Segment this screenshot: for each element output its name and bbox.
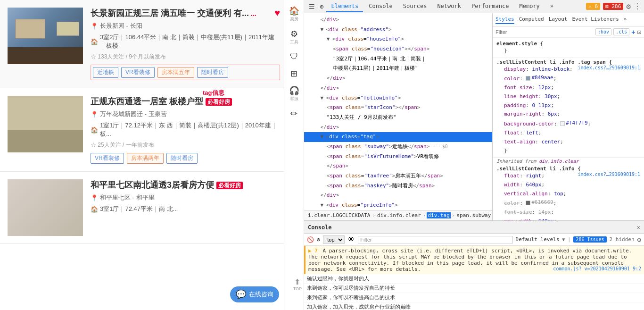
- online-consult-btn[interactable]: 💬 在线咨询: [230, 286, 279, 302]
- tab-elements[interactable]: Elements: [326, 1, 363, 12]
- console-clear-icon[interactable]: 🚫: [307, 236, 314, 243]
- console-filter-icon[interactable]: ⊘: [317, 236, 320, 243]
- tab-more[interactable]: »: [545, 1, 558, 12]
- console-top-select[interactable]: top: [323, 235, 345, 244]
- tree-line-3[interactable]: <span class="houseIcon"></span>: [304, 44, 492, 54]
- prop-width-info: width: 640px;: [496, 181, 640, 190]
- expand-btn[interactable]: ⊡: [637, 28, 641, 36]
- tree-line-6[interactable]: </div>: [304, 74, 492, 84]
- style-rule-sell: .sellListContent li .info .tag span { in…: [493, 58, 644, 158]
- listing-image-2: [8, 96, 83, 152]
- tree-line-18[interactable]: </div>: [304, 191, 492, 201]
- must-see-tag-2: 必看好房: [206, 98, 232, 106]
- listing-follow-2: ☆ 25人关注 / 一年前发布: [91, 141, 280, 149]
- console-issues-badge[interactable]: 286 Issues: [573, 236, 606, 243]
- listing-item-2[interactable]: 正规东西通透一居室 板楼户型 必看好房 📍 万年花城新园迁 - 玉泉营 🏠 1室…: [0, 88, 304, 172]
- styles-tab-computed[interactable]: Computed: [519, 15, 544, 24]
- tree-line-0[interactable]: </div>: [304, 15, 492, 25]
- tree-line-1[interactable]: ▼<div class="address">: [304, 25, 492, 35]
- console-levels-label[interactable]: Default levels: [516, 236, 560, 243]
- tab-sources[interactable]: Sources: [398, 1, 432, 12]
- tree-line-16[interactable]: <span class="taxfree">房本满五年</span>: [304, 171, 492, 181]
- tree-line-14[interactable]: <span class="isVrFutureHome">VR看装修: [304, 152, 492, 162]
- customer-service-btn[interactable]: 🎧 客服: [286, 84, 303, 104]
- tree-line-4[interactable]: "3室2厅｜106.44平米｜南 北｜简装｜: [304, 54, 492, 64]
- tab-performance[interactable]: Performance: [467, 1, 513, 12]
- console-close-icon[interactable]: ×: [637, 224, 640, 231]
- tree-line-13[interactable]: <span class="subway">近地铁</span> == $0: [304, 142, 492, 152]
- shield-btn[interactable]: 🛡: [286, 50, 303, 64]
- edit-btn[interactable]: ✏: [286, 107, 303, 121]
- console-controls: 🚫 ⊘ top 👁 Default levels ▼ | 286 Issues …: [304, 234, 644, 246]
- scan-btn[interactable]: ⊞: [286, 67, 303, 81]
- tab-console[interactable]: Console: [364, 1, 397, 12]
- styles-tab-more[interactable]: »: [624, 15, 627, 24]
- listing-details-1: 🏠 3室2厅｜106.44平米｜南 北｜简装｜中楼层(共11层)｜2011年建｜…: [91, 33, 280, 50]
- top-btn[interactable]: ⬆ TOP: [293, 277, 302, 291]
- console-filter-input[interactable]: [358, 236, 512, 243]
- tab-memory[interactable]: Memory: [514, 1, 544, 12]
- tag-subway-1[interactable]: 近地铁: [93, 67, 118, 78]
- console-source-0[interactable]: common.js? v=20210429160901 9:2: [553, 266, 641, 271]
- tree-line-10[interactable]: "133人关注 / 9月以前发布": [304, 113, 492, 123]
- tools-btn[interactable]: ⚙ 工具: [286, 27, 303, 47]
- breadcrumb-item-0[interactable]: i.clear.LOGCLICKDATA: [307, 212, 371, 218]
- sell-btn[interactable]: 🏠 卖房: [286, 4, 303, 24]
- console-toolbar: Console ×: [304, 221, 644, 234]
- elements-panel: </div> ▼<div class="address"> ▼<div clas…: [304, 13, 493, 220]
- tag-anytime-1[interactable]: 随时看房: [197, 67, 228, 78]
- must-see-tag-3: 必看好房: [216, 182, 243, 189]
- inspect-icon[interactable]: ⊕: [318, 2, 325, 11]
- prop-maxwidth-info: max-width: 640px;: [496, 217, 640, 220]
- tree-line-19[interactable]: ▼<div class="priceInfo">: [304, 201, 492, 210]
- tag-five-years-2[interactable]: 房本满两年: [127, 153, 164, 164]
- tree-line-11[interactable]: </div>: [304, 123, 492, 133]
- more-icon[interactable]: ⋮: [634, 2, 641, 11]
- prop-color: color: #849aae;: [496, 74, 640, 84]
- favorite-icon-1[interactable]: ♥: [274, 8, 280, 18]
- tree-line-9[interactable]: <span class="starIcon"></span>: [304, 103, 492, 113]
- console-settings-icon[interactable]: ⚙: [637, 236, 641, 243]
- hov-btn[interactable]: :hov: [595, 28, 611, 35]
- tree-line-8[interactable]: ▼<div class="followInfo">: [304, 93, 492, 103]
- tab-network[interactable]: Network: [432, 1, 466, 12]
- cls-btn[interactable]: .cls: [613, 28, 629, 35]
- style-source-sell[interactable]: index.css?…291609019:1: [578, 65, 640, 70]
- listing-tags-2: VR看装修 房本满两年 随时看房: [91, 153, 280, 164]
- tag-anytime-2[interactable]: 随时看房: [166, 153, 198, 164]
- listing-title-3: 和平里七区南北通透3居看房方便 必看好房: [91, 179, 280, 191]
- breadcrumb-item-1[interactable]: div.info.clear: [376, 212, 422, 218]
- device-toggle-icon[interactable]: ☰: [307, 2, 317, 11]
- listing-tags-1: 近地铁 VR看装修 房本满五年 随时看房: [91, 65, 280, 80]
- tree-line-12-selected[interactable]: ▼<div class="tag">: [304, 132, 492, 142]
- annotation-1: tag信息: [203, 89, 224, 97]
- gear-icon[interactable]: ⚙: [626, 2, 631, 11]
- tag-vr-2[interactable]: VR看装修: [91, 153, 124, 164]
- tree-line-17[interactable]: <span class="haskey">随时看房</span>: [304, 181, 492, 191]
- devtools-toolbar-right: ⚠ 8 ⊠ 286 ⚙ ⋮: [586, 2, 641, 11]
- console-log-1: 确认过眼神，你就是对的人: [304, 274, 644, 284]
- style-source-info[interactable]: index.css?…291609019:1: [578, 172, 640, 177]
- tag-five-years-1[interactable]: 房本满五年: [157, 67, 194, 78]
- styles-tab-layout[interactable]: Layout: [549, 15, 568, 24]
- tree-line-2[interactable]: ▼<div class="houseInfo">: [304, 34, 492, 44]
- styles-filter-right: :hov .cls + ⊡: [595, 28, 641, 36]
- elements-tree[interactable]: </div> ▼<div class="address"> ▼<div clas…: [304, 13, 492, 210]
- tree-line-5[interactable]: 中楼层(共11层)｜2011年建｜板楼": [304, 64, 492, 74]
- styles-filter-input[interactable]: [495, 29, 595, 35]
- tag-vr-1[interactable]: VR看装修: [121, 67, 155, 78]
- listing-title-1: 长景新园正规三居 满五唯一 交通便利 有... ...: [91, 8, 280, 19]
- prop-background-color: background-color: #f4f7f9;: [496, 119, 640, 129]
- listing-item-3[interactable]: 和平里七区南北通透3居看房方便 必看好房 📍 和平里七区 - 和平里 🏠 3室1…: [0, 172, 304, 244]
- tree-line-7[interactable]: </div>: [304, 84, 492, 93]
- tree-line-15[interactable]: </span>: [304, 161, 492, 171]
- prop-margin-right: margin-right: 6px;: [496, 110, 640, 119]
- styles-tab-event-listeners[interactable]: Event Listeners: [572, 15, 619, 24]
- breadcrumb-item-3[interactable]: span.subway: [455, 212, 492, 218]
- devtools-elements-styles: </div> ▼<div class="address"> ▼<div clas…: [304, 13, 644, 220]
- listing-item-1[interactable]: 长景新园正规三居 满五唯一 交通便利 有... ... 📍 长景新园 - 长阳 …: [0, 0, 304, 88]
- add-style-btn[interactable]: +: [631, 28, 635, 36]
- console-eye-icon[interactable]: 👁: [347, 235, 355, 244]
- breadcrumb-item-2[interactable]: div.tag: [427, 212, 450, 218]
- styles-tab-styles[interactable]: Styles: [495, 15, 514, 24]
